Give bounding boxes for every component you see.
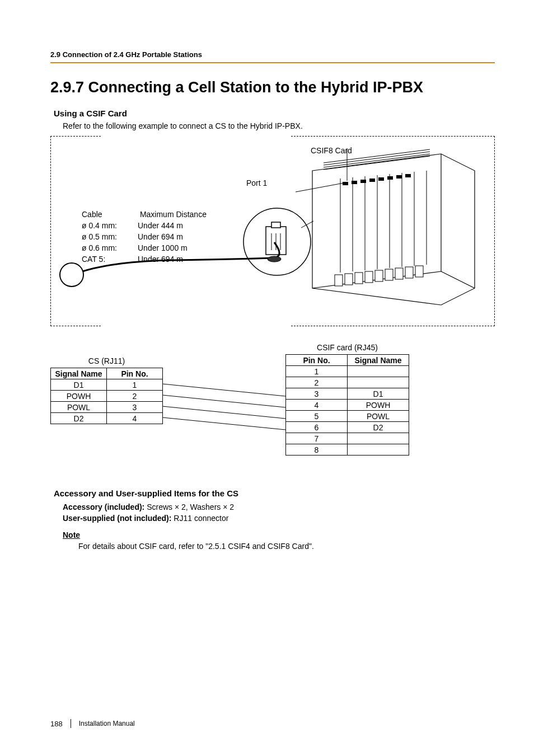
table-cell: 7 [286,433,348,444]
table-cell [348,444,409,456]
table-cell: D1 [348,388,409,400]
table-cell: 1 [286,366,348,377]
page-title: 2.9.7 Connecting a Cell Station to the H… [50,79,495,96]
table-cell: D1 [51,379,107,391]
table-cell: 5 [286,411,348,422]
table-cell: 8 [286,444,348,456]
port-label: Port 1 [246,179,267,187]
table-cs-rj11: CS (RJ11) Signal Name Pin No. D11 POWH2 … [50,356,163,424]
cable-row-label: ø 0.4 mm: [82,220,138,231]
subheading-using-csif: Using a CSIF Card [54,109,495,118]
svg-line-41 [162,395,285,407]
page: 2.9 Connection of 2.4 GHz Portable Stati… [0,0,534,756]
cable-row-dist: Under 1000 m [138,242,222,253]
svg-rect-24 [365,271,373,283]
svg-rect-29 [415,266,423,277]
diagram: CSIF8 Card Port 1 [50,136,495,326]
svg-rect-21 [335,275,343,286]
table-cell: 4 [107,413,163,424]
user-supplied-label: User-supplied (not included): [63,514,174,523]
cable-row-label: ø 0.5 mm: [82,231,138,242]
svg-rect-14 [352,181,357,184]
user-supplied-value: RJ11 connector [174,514,228,523]
page-number: 188 [50,720,63,728]
magnifier-inset [241,205,313,278]
table-cell: 6 [286,422,348,433]
svg-rect-19 [396,175,402,179]
svg-rect-22 [345,274,353,285]
note-heading: Note [63,530,495,539]
table-csif-caption: CSIF card (RJ45) [285,343,409,352]
table-cs-col-2: Pin No. [107,368,163,379]
svg-rect-16 [369,179,375,182]
lead-text: Refer to the following example to connec… [63,121,495,130]
header-rule [50,62,495,63]
table-cell: 1 [107,379,163,391]
cable-row-dist: Under 444 m [138,220,222,231]
svg-rect-15 [360,180,366,183]
cs-device-icon [59,262,84,287]
table-csif-col-2: Signal Name [348,355,409,366]
table-cell: 2 [286,377,348,388]
cable-spec-table: Cable Maximum Distance ø 0.4 mm:Under 44… [82,209,224,265]
table-cell: 2 [107,391,163,402]
table-cell [348,377,409,388]
svg-rect-20 [405,174,411,177]
svg-rect-34 [271,222,280,228]
note-body: For details about CSIF card, refer to "2… [78,542,495,551]
table-cell: 3 [107,402,163,413]
table-cell: POWL [348,411,409,422]
pin-tables: CS (RJ11) Signal Name Pin No. D11 POWH2 … [50,343,495,466]
pbx-device-illustration [296,143,493,321]
accessory-included-label: Accessory (included): [63,503,147,511]
svg-rect-27 [395,268,403,279]
table-csif-rj45: CSIF card (RJ45) Pin No. Signal Name 1 2… [285,343,409,456]
footer-separator [71,719,71,728]
accessory-included-line: Accessory (included): Screws × 2, Washer… [63,503,495,511]
cable-row-dist: Under 694 m [138,231,222,242]
pin-mapping-lines [162,343,285,466]
table-cell: 4 [286,400,348,411]
svg-line-40 [162,384,285,396]
table-cell [348,433,409,444]
cable-col-heading-1: Cable [82,209,138,220]
subheading-accessory: Accessory and User-supplied Items for th… [54,489,495,498]
cable-row-label: CAT 5: [82,253,138,265]
user-supplied-line: User-supplied (not included): RJ11 conne… [63,514,495,523]
table-cell: POWL [51,402,107,413]
svg-line-42 [162,406,285,419]
table-csif-col-1: Pin No. [286,355,348,366]
svg-rect-17 [378,177,384,181]
svg-rect-23 [355,273,363,284]
svg-rect-18 [387,176,393,180]
table-cell: D2 [51,413,107,424]
table-cell [348,366,409,377]
table-cell: 3 [286,388,348,400]
svg-line-43 [162,417,285,430]
header-section: 2.9 Connection of 2.4 GHz Portable Stati… [50,50,495,59]
cable-col-heading-2: Maximum Distance [140,209,224,220]
table-cell: POWH [51,391,107,402]
svg-rect-13 [343,182,348,185]
table-cell: POWH [348,400,409,411]
table-cell: D2 [348,422,409,433]
page-footer: 188 Installation Manual [50,719,135,728]
cable-row-dist: Under 694 m [138,253,222,265]
table-cs-caption: CS (RJ11) [50,356,163,365]
accessory-included-value: Screws × 2, Washers × 2 [147,503,234,511]
table-cs-col-1: Signal Name [51,368,107,379]
svg-rect-28 [405,267,413,278]
svg-rect-26 [385,269,393,280]
svg-rect-25 [375,270,383,281]
footer-doc-title: Installation Manual [79,720,135,727]
cable-row-label: ø 0.6 mm: [82,242,138,253]
